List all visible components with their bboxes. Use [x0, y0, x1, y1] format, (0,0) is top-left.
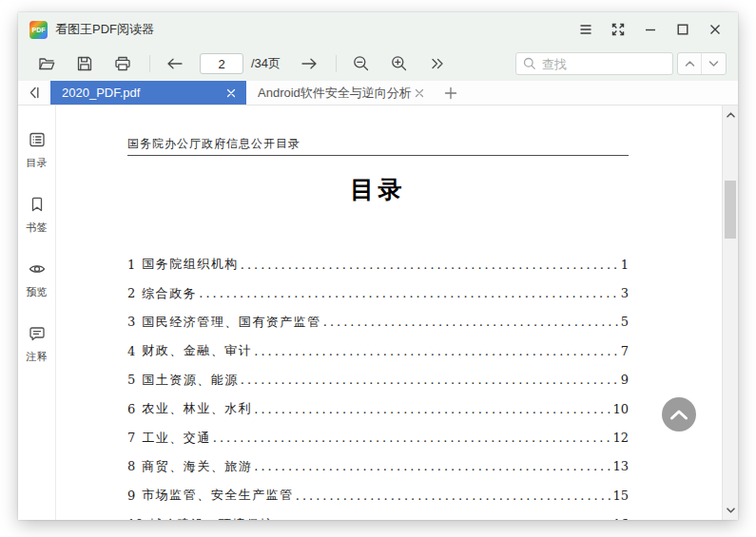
tab-close-icon[interactable] [223, 86, 239, 101]
toc-entry-page: 7 [621, 344, 629, 358]
sidebar-item-preview[interactable]: 预览 [27, 259, 48, 299]
new-tab-icon[interactable] [435, 81, 467, 105]
page-number-input[interactable] [200, 53, 243, 74]
eye-icon [28, 259, 47, 282]
app-window: PDF 看图王PDF阅读器 [18, 12, 738, 520]
toc-entry-label: 国务院组织机构 [142, 256, 239, 273]
save-icon[interactable] [71, 50, 98, 77]
collapse-sidebar-icon[interactable] [18, 81, 50, 105]
sidebar: 目录 书签 预览 [18, 105, 56, 520]
zoom-in-icon[interactable] [386, 50, 413, 77]
toc-row: 8 商贸、海关、旅游 .............................… [127, 452, 629, 481]
toc-row: 10 城乡建设、环境保护 ...........................… [127, 510, 629, 520]
sidebar-item-label: 注释 [27, 350, 48, 364]
toc-entry-page: 13 [612, 459, 629, 473]
toc-row: 4 财政、金融、审计 .............................… [127, 336, 629, 365]
find-next-icon[interactable] [702, 53, 726, 74]
tab-label: Android软件安全与逆向分析.pdf [258, 85, 412, 102]
toc-entry-number: 10 [127, 517, 144, 520]
comment-icon [28, 324, 47, 347]
search-group [515, 52, 727, 75]
toc-leader-dots: ........................................… [241, 373, 619, 387]
toc-leader-dots: ........................................… [254, 344, 618, 358]
toc-entry-number: 7 [127, 431, 135, 445]
sidebar-item-annotations[interactable]: 注释 [27, 324, 48, 364]
toc-entry-label: 城乡建设、环境保护 [150, 516, 275, 520]
toolbar-divider [336, 55, 337, 72]
toc-entry-number: 3 [127, 315, 135, 329]
tab-document-1[interactable]: 2020_PDF.pdf [50, 81, 246, 105]
sidebar-item-label: 目录 [27, 156, 48, 170]
menu-icon[interactable] [574, 18, 597, 41]
minimize-button[interactable] [639, 18, 662, 41]
maximize-button[interactable] [671, 18, 694, 41]
toc-entry-label: 工业、交通 [142, 430, 211, 447]
vertical-scrollbar[interactable] [722, 105, 738, 520]
header-rule [127, 155, 629, 156]
more-tools-icon[interactable] [424, 50, 451, 77]
document-title: 目录 [127, 174, 629, 205]
toc-entry-label: 国土资源、能源 [142, 372, 239, 389]
toc-entry-label: 农业、林业、水利 [142, 400, 252, 417]
toc-entry-label: 市场监管、安全生产监管 [142, 487, 294, 504]
scroll-up-icon[interactable] [723, 107, 738, 123]
tab-label: 2020_PDF.pdf [62, 86, 223, 100]
print-icon[interactable] [109, 50, 136, 77]
close-button[interactable] [704, 18, 727, 41]
app-logo-icon: PDF [29, 21, 48, 39]
toc-entry-number: 8 [127, 459, 135, 473]
page-total-label: /34页 [251, 55, 281, 72]
toolbar-divider [149, 55, 150, 72]
toc-row: 3 国民经济管理、国有资产监管 ........................… [127, 308, 629, 336]
sidebar-item-bookmarks[interactable]: 书签 [27, 195, 48, 235]
tab-close-icon[interactable] [412, 86, 427, 101]
toc-entry-page: 3 [621, 286, 629, 300]
open-file-icon[interactable] [33, 50, 60, 77]
toc-entry-label: 财政、金融、审计 [142, 342, 252, 359]
toc-entry-number: 4 [127, 344, 135, 358]
toc-leader-dots: ........................................… [254, 459, 611, 473]
toc-entry-page: 1 [621, 258, 629, 272]
toc-entry-number: 9 [127, 489, 135, 503]
toc-entry-page: 10 [612, 402, 629, 416]
toc-entry-label: 国民经济管理、国有资产监管 [142, 314, 321, 331]
app-title: 看图王PDF阅读器 [55, 21, 154, 38]
toc-leader-dots: ........................................… [296, 489, 611, 503]
pdf-page: 国务院办公厅政府信息公开目录 目录 1 国务院组织机构 ............… [56, 105, 722, 520]
toc-entry-page: 16 [612, 517, 629, 520]
sidebar-item-label: 预览 [27, 285, 48, 299]
toc-row: 1 国务院组织机构 ..............................… [127, 250, 629, 278]
toc-leader-dots: ........................................… [199, 286, 618, 300]
find-previous-icon[interactable] [678, 53, 702, 74]
next-page-icon[interactable] [296, 50, 322, 77]
scrollbar-thumb[interactable] [725, 181, 736, 239]
zoom-out-icon[interactable] [348, 50, 375, 77]
toc-entry-page: 15 [612, 489, 629, 503]
toc-list: 1 国务院组织机构 ..............................… [127, 250, 629, 520]
sidebar-item-toc[interactable]: 目录 [27, 130, 48, 170]
search-icon [522, 56, 537, 75]
toc-leader-dots: ........................................… [276, 517, 611, 520]
previous-page-icon[interactable] [162, 50, 188, 77]
toc-entry-page: 12 [612, 431, 629, 445]
scroll-down-icon[interactable] [723, 503, 738, 518]
search-input[interactable] [515, 52, 673, 75]
toc-entry-label: 综合政务 [142, 285, 197, 302]
back-to-top-button[interactable] [662, 397, 696, 432]
toc-row: 7 工业、交通 ................................… [127, 423, 629, 451]
sidebar-item-label: 书签 [27, 221, 48, 235]
toc-row: 9 市场监管、安全生产监管 ..........................… [127, 481, 629, 509]
toc-leader-dots: ........................................… [254, 402, 611, 416]
toc-entry-number: 1 [127, 258, 135, 272]
toc-row: 5 国土资源、能源 ..............................… [127, 366, 629, 394]
toc-entry-label: 商贸、海关、旅游 [142, 458, 252, 475]
toc-entry-number: 5 [127, 373, 135, 387]
bookmark-icon [28, 195, 47, 218]
toc-leader-dots: ........................................… [241, 258, 619, 272]
tab-document-2[interactable]: Android软件安全与逆向分析.pdf [246, 81, 435, 105]
toc-row: 2 综合政务 .................................… [127, 278, 629, 307]
fullscreen-icon[interactable] [607, 18, 630, 41]
toolbar: /34页 [18, 47, 738, 81]
toc-entry-number: 2 [127, 286, 135, 300]
toc-leader-dots: ........................................… [213, 431, 611, 445]
